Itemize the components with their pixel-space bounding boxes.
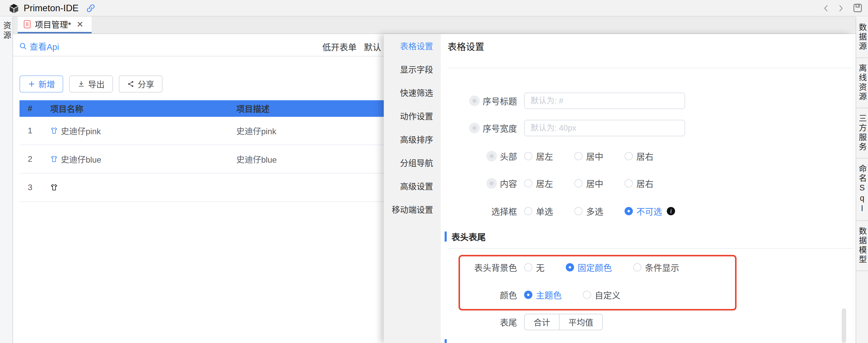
cell-index: 3 bbox=[20, 183, 42, 192]
radio-icon[interactable] bbox=[524, 152, 532, 160]
field-label: 颜色 bbox=[441, 289, 517, 301]
nav-back-icon[interactable] bbox=[822, 4, 830, 12]
radio-option-custom[interactable]: 自定义 bbox=[583, 289, 620, 301]
sidebar-item-datasource[interactable]: 数据源 bbox=[856, 17, 868, 58]
cell-desc: 史迪仔blue bbox=[228, 153, 403, 165]
settings-body: 表格设置 序号标题 bbox=[441, 34, 852, 343]
menu-item-quick-filter[interactable]: 快速筛选 bbox=[384, 81, 441, 104]
menu-item-advanced-sort[interactable]: 高级排序 bbox=[384, 127, 441, 151]
sidebar-item-named-sql[interactable]: 命名Sql bbox=[856, 159, 868, 221]
average-button[interactable]: 平均值 bbox=[559, 314, 603, 330]
color-row: 颜色 主题色 自定义 bbox=[441, 286, 852, 304]
view-api-label: 查看Api bbox=[30, 40, 59, 52]
link-icon[interactable] bbox=[86, 4, 95, 13]
radio-icon-selected[interactable] bbox=[524, 291, 532, 299]
action-button-row: 新增 导出 分享 bbox=[20, 76, 162, 92]
radio-icon[interactable] bbox=[524, 207, 532, 215]
view-api-link[interactable]: 查看Api bbox=[19, 40, 59, 52]
radio-icon[interactable] bbox=[574, 152, 583, 160]
radio-option-right[interactable]: 居右 bbox=[625, 150, 653, 162]
menu-item-action-settings[interactable]: 动作设置 bbox=[384, 104, 441, 127]
gear-icon[interactable] bbox=[469, 95, 480, 106]
header-align-row: 头部 居左 居中 居右 bbox=[441, 147, 852, 165]
cell-name bbox=[42, 183, 228, 191]
menu-item-advanced-settings[interactable]: 高级设置 bbox=[384, 174, 441, 198]
download-icon bbox=[78, 80, 85, 88]
radio-option-right[interactable]: 居右 bbox=[625, 177, 653, 190]
radio-option-fixed-color[interactable]: 固定颜色 bbox=[566, 261, 612, 274]
radio-option-none[interactable]: 不可选 i bbox=[625, 205, 675, 217]
menu-item-display-fields[interactable]: 显示字段 bbox=[384, 57, 441, 81]
plus-icon bbox=[28, 80, 35, 88]
menu-item-group-nav[interactable]: 分组导航 bbox=[384, 151, 441, 174]
sidebar-item-data-model[interactable]: 数据模型 bbox=[856, 221, 868, 271]
left-sidebar: 资源 bbox=[0, 17, 13, 343]
menu-item-mobile-settings[interactable]: 移动端设置 bbox=[384, 198, 441, 221]
serial-title-input[interactable] bbox=[524, 92, 685, 109]
col-header-name[interactable]: 项目名称 bbox=[42, 103, 228, 114]
info-icon[interactable]: i bbox=[667, 207, 675, 215]
menu-item-table-settings[interactable]: 表格设置 bbox=[384, 34, 441, 57]
serial-width-input[interactable] bbox=[524, 120, 685, 136]
table-row[interactable]: 2 史迪仔blue 史迪仔blue bbox=[20, 145, 403, 174]
radio-icon-selected[interactable] bbox=[625, 207, 633, 215]
shirt-icon bbox=[50, 127, 58, 135]
radio-icon[interactable] bbox=[625, 179, 633, 188]
cell-index: 2 bbox=[20, 154, 42, 164]
radio-icon-selected[interactable] bbox=[566, 263, 574, 271]
sidebar-item-offline-resources[interactable]: 离线资源 bbox=[856, 58, 868, 108]
table-row[interactable]: 3 bbox=[20, 174, 403, 202]
table-row[interactable]: 1 史迪仔pink 史迪仔pink bbox=[20, 117, 403, 145]
sidebar-item-resources[interactable]: 资源 bbox=[0, 21, 12, 41]
scrollbar-thumb[interactable] bbox=[842, 308, 846, 343]
divider bbox=[447, 248, 852, 249]
content-align-row: 内容 居左 居中 居右 bbox=[441, 175, 852, 192]
gear-icon[interactable] bbox=[486, 151, 497, 162]
radio-icon[interactable] bbox=[633, 263, 642, 271]
radio-option-multi[interactable]: 多选 bbox=[574, 205, 603, 217]
sum-button[interactable]: 合计 bbox=[524, 314, 559, 330]
form-type-label[interactable]: 低开表单 bbox=[322, 40, 356, 53]
radio-icon[interactable] bbox=[574, 179, 583, 188]
radio-icon[interactable] bbox=[574, 207, 583, 215]
form-icon bbox=[23, 20, 31, 29]
next-section-indicator bbox=[445, 339, 447, 343]
radio-option-theme-color[interactable]: 主题色 bbox=[524, 289, 562, 301]
tab-close-icon[interactable]: ✕ bbox=[76, 20, 83, 29]
radio-option-left[interactable]: 居左 bbox=[524, 177, 553, 190]
export-button[interactable]: 导出 bbox=[69, 76, 113, 92]
field-label: 头部 bbox=[441, 150, 517, 162]
tab-project-management[interactable]: 项目管理* ✕ bbox=[18, 17, 92, 33]
app-title: Primeton-IDE bbox=[24, 3, 79, 13]
radio-option-none[interactable]: 无 bbox=[524, 261, 545, 274]
radio-icon[interactable] bbox=[625, 152, 633, 160]
sidebar-item-third-party-services[interactable]: 三方服务 bbox=[856, 108, 868, 159]
save-icon[interactable] bbox=[852, 3, 863, 13]
default-label[interactable]: 默认 bbox=[364, 40, 381, 53]
radio-option-conditional[interactable]: 条件显示 bbox=[633, 261, 679, 274]
table-header-row: # 项目名称 项目描述 bbox=[20, 100, 403, 117]
cell-desc: 史迪仔pink bbox=[228, 125, 403, 137]
col-header-desc[interactable]: 项目描述 bbox=[228, 103, 403, 114]
header-bg-row: 表头背景色 无 固定颜色 条件显示 bbox=[441, 259, 852, 276]
field-label: 表头背景色 bbox=[441, 261, 517, 274]
radio-option-center[interactable]: 居中 bbox=[574, 150, 603, 162]
radio-icon[interactable] bbox=[524, 179, 532, 188]
title-bar: Primeton-IDE bbox=[0, 0, 868, 17]
radio-icon[interactable] bbox=[524, 263, 532, 271]
col-header-index[interactable]: # bbox=[20, 104, 42, 113]
radio-icon[interactable] bbox=[583, 291, 591, 299]
footer-button-group: 合计 平均值 bbox=[524, 314, 603, 330]
primeton-ide-window: Primeton-IDE 资源 项目管理* bbox=[0, 0, 868, 343]
radio-option-single[interactable]: 单选 bbox=[524, 205, 553, 217]
radio-option-left[interactable]: 居左 bbox=[524, 150, 553, 162]
gear-icon[interactable] bbox=[486, 178, 497, 189]
nav-forward-icon[interactable] bbox=[837, 4, 845, 12]
search-icon bbox=[19, 42, 27, 50]
field-label: 选择框 bbox=[441, 205, 517, 217]
add-button[interactable]: 新增 bbox=[20, 76, 63, 92]
field-label: 序号宽度 bbox=[441, 122, 517, 134]
share-button[interactable]: 分享 bbox=[119, 76, 162, 92]
radio-option-center[interactable]: 居中 bbox=[574, 177, 603, 190]
gear-icon[interactable] bbox=[469, 123, 480, 133]
